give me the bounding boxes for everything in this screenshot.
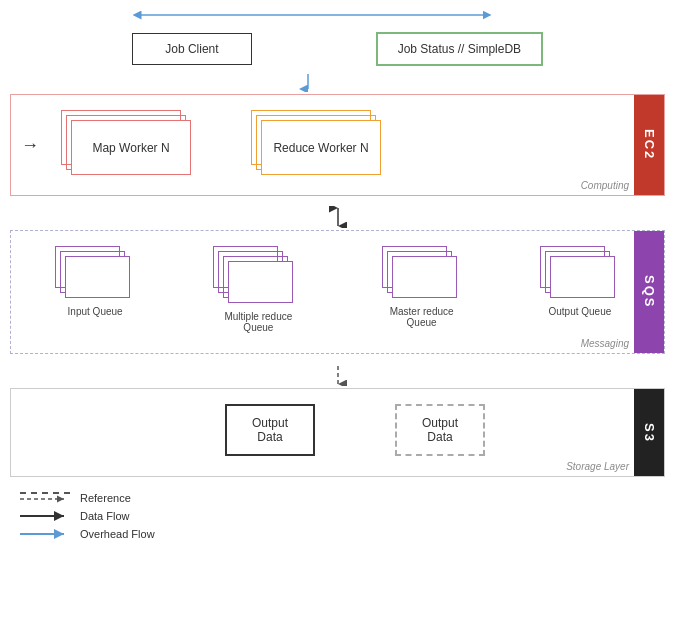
input-queue-item: Input Queue [55,246,135,317]
master-reduce-label: Master reduceQueue [390,306,454,328]
queues-row: Input Queue Multiple reduceQueue [26,246,649,333]
input-q-front [65,256,130,298]
job-client-box: Job Client [132,33,252,65]
arrow-sqs-s3 [10,364,665,386]
workers-row: Map Worker N Reduce Worker N [61,110,649,175]
sqs-sublabel: Messaging [581,338,629,349]
output-queue-item: Output Queue [540,246,620,317]
legend-reference: Reference [20,492,665,504]
master-q-front [392,256,457,298]
output-q-front [550,256,615,298]
left-arrow-ec2: → [21,135,39,156]
multi-q-front [228,261,293,303]
s3-row: OutputData OutputData [61,404,649,456]
sqs-section-label: SQS [634,231,664,353]
down-arrow-blue-svg [238,74,438,92]
map-worker-stack: Map Worker N [61,110,191,175]
multiple-reduce-queue-item: Multiple reduceQueue [213,246,303,333]
reference-label: Reference [80,492,131,504]
top-row: Job Client Job Status // SimpleDB [10,32,665,66]
input-queue-label: Input Queue [68,306,123,317]
s3-section-label: S3 [634,389,664,476]
legend-overhead-flow: Overhead Flow [20,528,665,540]
reduce-worker-group: Reduce Worker N [251,110,381,175]
overhead-flow-label: Overhead Flow [80,528,155,540]
output-queue-label: Output Queue [548,306,611,317]
s3-section: OutputData OutputData Storage Layer S3 [10,388,665,477]
job-client-label: Job Client [165,42,218,56]
map-worker-label: Map Worker N [92,141,169,155]
output-data-box-1: OutputData [225,404,315,456]
job-status-label: Job Status // SimpleDB [398,42,521,56]
dashed-arrow-svg [323,364,353,386]
top-connector-svg [110,10,585,32]
dashed-line-svg [20,494,70,504]
solid-arrow-svg [20,511,70,521]
main-diagram: Job Client Job Status // SimpleDB → [10,10,665,540]
ec2-sublabel: Computing [581,180,629,191]
multiple-reduce-label: Multiple reduceQueue [224,311,292,333]
map-worker-front: Map Worker N [71,120,191,175]
output-data-label-1: OutputData [252,416,288,444]
arrow-jobclient-ec2 [10,74,665,92]
sqs-section: Input Queue Multiple reduceQueue [10,230,665,354]
output-data-box-2: OutputData [395,404,485,456]
job-status-box: Job Status // SimpleDB [376,32,543,66]
legend-data-flow: Data Flow [20,510,665,522]
multiple-reduce-stack [213,246,303,306]
master-reduce-stack [382,246,462,301]
master-reduce-queue-item: Master reduceQueue [382,246,462,328]
reduce-worker-label: Reduce Worker N [273,141,368,155]
legend: Reference Data Flow [10,492,665,540]
data-flow-label: Data Flow [80,510,130,522]
map-worker-group: Map Worker N [61,110,191,175]
reduce-worker-stack: Reduce Worker N [251,110,381,175]
blue-arrow-svg [20,529,70,539]
ec2-section-label: EC2 [634,95,664,195]
reference-line [20,492,70,504]
double-arrow-ec2-sqs [10,206,665,228]
double-arrow-svg [323,206,353,228]
output-queue-stack [540,246,620,301]
input-queue-stack [55,246,135,301]
output-data-label-2: OutputData [422,416,458,444]
s3-sublabel: Storage Layer [566,461,629,472]
reduce-worker-front: Reduce Worker N [261,120,381,175]
ec2-section: → Map Worker N Reduce Worker N [10,94,665,196]
